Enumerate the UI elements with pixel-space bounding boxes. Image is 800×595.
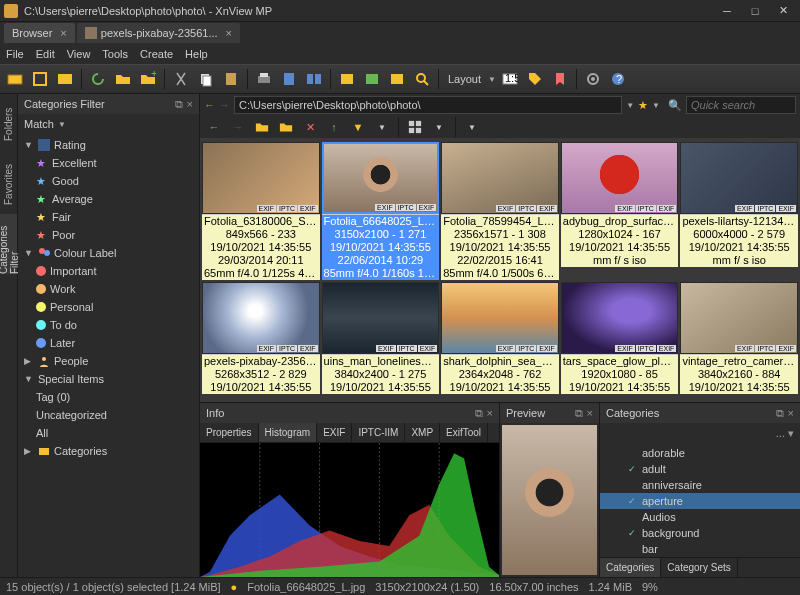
thumbnail[interactable]: EXIFIPTCEXIF Fotolia_78599454_L.jpg2356x… xyxy=(441,142,559,280)
tree-colour-todo[interactable]: To do xyxy=(18,316,199,334)
forward-icon[interactable]: → xyxy=(219,99,230,111)
side-tab-favorites[interactable]: Favorites xyxy=(0,154,17,214)
tree-colour-personal[interactable]: Personal xyxy=(18,298,199,316)
side-tab-folders[interactable]: Folders xyxy=(0,94,17,154)
info-tab-iptc[interactable]: IPTC-IIM xyxy=(352,423,405,442)
tree-rating[interactable]: ▼ Rating xyxy=(18,136,199,154)
cat-tab-categories[interactable]: Categories xyxy=(600,558,661,577)
tree-special[interactable]: ▼ Special Items xyxy=(18,370,199,388)
menu-edit[interactable]: Edit xyxy=(36,48,55,60)
menu-create[interactable]: Create xyxy=(140,48,173,60)
settings-icon[interactable] xyxy=(582,68,604,90)
checkbox-icon[interactable]: ✓ xyxy=(628,528,638,538)
tree-colour-later[interactable]: Later xyxy=(18,334,199,352)
thumbnail[interactable]: EXIFIPTCEXIF Fotolia_63180006_S.jpg849x5… xyxy=(202,142,320,280)
restore-icon[interactable]: ⧉ xyxy=(175,98,183,111)
minimize-button[interactable]: ─ xyxy=(714,2,740,20)
chevron-down-icon[interactable]: ▼ xyxy=(652,101,660,110)
open-icon[interactable] xyxy=(4,68,26,90)
info-tab-exiftool[interactable]: ExifTool xyxy=(440,423,488,442)
tree-categories[interactable]: ▶ Categories xyxy=(18,442,199,460)
tree-colour-work[interactable]: Work xyxy=(18,280,199,298)
back-icon[interactable]: ← xyxy=(204,99,215,111)
nav-forward-icon[interactable]: → xyxy=(228,118,248,136)
category-item[interactable]: adorable xyxy=(600,445,800,461)
close-icon[interactable]: × xyxy=(587,407,593,420)
tab-browser[interactable]: Browser × xyxy=(4,23,75,43)
thumbnail[interactable]: EXIFIPTCEXIF tars_space_glow_planet_99..… xyxy=(561,282,679,394)
menu-icon[interactable]: ... ▾ xyxy=(776,427,794,440)
view-icon[interactable] xyxy=(54,68,76,90)
tree-colour[interactable]: ▼ Colour Label xyxy=(18,244,199,262)
thumbnail[interactable]: EXIFIPTCEXIF adybug_drop_surface_1062...… xyxy=(561,142,679,280)
refresh-icon[interactable] xyxy=(87,68,109,90)
folder-icon[interactable] xyxy=(252,118,272,136)
preview-image[interactable] xyxy=(502,425,597,575)
tag-icon[interactable] xyxy=(524,68,546,90)
tree-special-all[interactable]: All xyxy=(18,424,199,442)
thumbnail[interactable]: EXIFIPTCEXIF shark_dolphin_sea_130036_..… xyxy=(441,282,559,394)
tree-special-tag[interactable]: Tag (0) xyxy=(18,388,199,406)
chevron-down-icon[interactable]: ▼ xyxy=(488,75,496,84)
info-tab-exif[interactable]: EXIF xyxy=(317,423,352,442)
restore-icon[interactable]: ⧉ xyxy=(575,407,583,420)
open-folder-icon[interactable] xyxy=(112,68,134,90)
restore-icon[interactable]: ⧉ xyxy=(776,407,784,420)
thumbnail[interactable]: EXIFIPTCEXIF uins_man_loneliness_12427..… xyxy=(322,282,440,394)
category-item[interactable]: ✓ adult xyxy=(600,461,800,477)
thumbnail[interactable]: EXIFIPTCEXIF pexels-lilartsy-1213447.jpg… xyxy=(680,142,798,280)
thumbnail[interactable]: EXIFIPTCEXIF pexels-pixabay-235615.jpg52… xyxy=(202,282,320,394)
tree-special-uncategorized[interactable]: Uncategorized xyxy=(18,406,199,424)
close-button[interactable]: ✕ xyxy=(770,2,796,20)
side-tab-categories-filter[interactable]: Categories Filter xyxy=(0,214,17,274)
compare-icon[interactable] xyxy=(303,68,325,90)
delete-icon[interactable]: ✕ xyxy=(300,118,320,136)
search-icon[interactable] xyxy=(411,68,433,90)
view-mode-icon[interactable] xyxy=(405,118,425,136)
chevron-down-icon[interactable]: ▼ xyxy=(372,118,392,136)
tree-rating-excellent[interactable]: ★Excellent xyxy=(18,154,199,172)
close-icon[interactable]: × xyxy=(487,407,493,420)
menu-tools[interactable]: Tools xyxy=(102,48,128,60)
cat-tab-sets[interactable]: Category Sets xyxy=(661,558,737,577)
filter-icon[interactable]: ▼ xyxy=(348,118,368,136)
print-icon[interactable] xyxy=(253,68,275,90)
category-item[interactable]: Audios xyxy=(600,509,800,525)
rename-icon[interactable] xyxy=(386,68,408,90)
menu-file[interactable]: File xyxy=(6,48,24,60)
copy-icon[interactable] xyxy=(195,68,217,90)
maximize-button[interactable]: □ xyxy=(742,2,768,20)
tree-rating-fair[interactable]: ★Fair xyxy=(18,208,199,226)
tree-rating-poor[interactable]: ★Poor xyxy=(18,226,199,244)
chevron-down-icon[interactable]: ▼ xyxy=(626,101,634,110)
close-icon[interactable]: × xyxy=(788,407,794,420)
thumbnail-size-icon[interactable]: 1:5 xyxy=(499,68,521,90)
tree-rating-average[interactable]: ★Average xyxy=(18,190,199,208)
convert-icon[interactable] xyxy=(336,68,358,90)
category-item[interactable]: ✓ aperture xyxy=(600,493,800,509)
checkbox-icon[interactable]: ✓ xyxy=(628,464,638,474)
cut-icon[interactable] xyxy=(170,68,192,90)
close-icon[interactable]: × xyxy=(187,98,193,111)
new-folder-icon[interactable]: + xyxy=(137,68,159,90)
menu-help[interactable]: Help xyxy=(185,48,208,60)
chevron-down-icon[interactable]: ▼ xyxy=(462,118,482,136)
match-dropdown[interactable]: Match ▼ xyxy=(18,114,199,134)
close-icon[interactable]: × xyxy=(226,27,232,39)
info-tab-histogram[interactable]: Histogram xyxy=(259,423,318,442)
address-input[interactable] xyxy=(234,96,622,114)
fullscreen-icon[interactable] xyxy=(29,68,51,90)
info-tab-xmp[interactable]: XMP xyxy=(405,423,440,442)
up-icon[interactable]: ↑ xyxy=(324,118,344,136)
paste-icon[interactable] xyxy=(220,68,242,90)
folder2-icon[interactable] xyxy=(276,118,296,136)
category-item[interactable]: anniversaire xyxy=(600,477,800,493)
thumbnail[interactable]: EXIFIPTCEXIF Fotolia_66648025_L.jpg3150x… xyxy=(322,142,440,280)
chevron-down-icon[interactable]: ▼ xyxy=(429,118,449,136)
checkbox-icon[interactable]: ✓ xyxy=(628,496,638,506)
thumbnail[interactable]: EXIFIPTCEXIF vintage_retro_camera_1265..… xyxy=(680,282,798,394)
star-icon[interactable]: ★ xyxy=(638,99,648,112)
layout-label[interactable]: Layout xyxy=(444,73,485,85)
nav-back-icon[interactable]: ← xyxy=(204,118,224,136)
restore-icon[interactable]: ⧉ xyxy=(475,407,483,420)
